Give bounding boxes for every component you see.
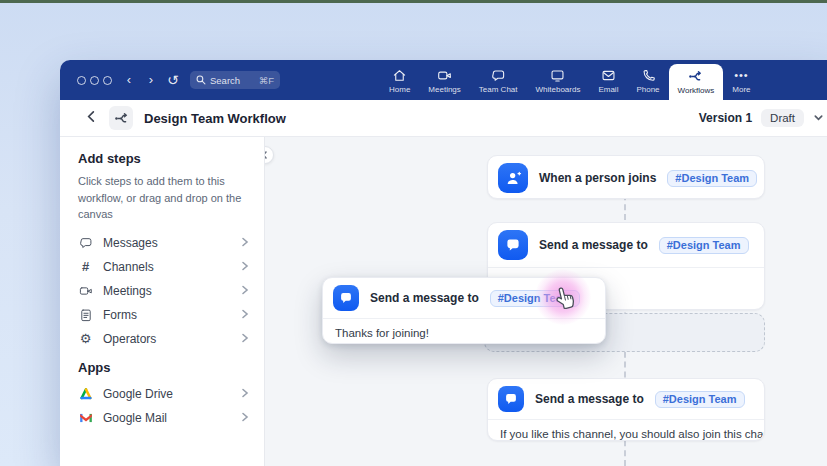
chevron-left-icon (85, 110, 98, 123)
sidebar-item-google-mail[interactable]: Google Mail (78, 406, 250, 430)
workflow-toolbar: Design Team Workflow Version 1 Draft (60, 100, 827, 137)
zoom-app-window: ‹ › ↺ Search ⌘F Home Meetings Team Chat (60, 60, 827, 466)
version-label: Version 1 (699, 111, 752, 125)
channel-chip: #Design Team (659, 237, 749, 254)
tab-phone[interactable]: Phone (627, 60, 668, 100)
card-title: When a person joins (539, 171, 656, 185)
sidebar-item-operators[interactable]: ⚙ Operators (78, 327, 250, 351)
window-minimize-button[interactable] (90, 76, 99, 85)
tab-meetings[interactable]: Meetings (419, 60, 469, 100)
chevron-right-icon (240, 308, 250, 322)
chevron-right-icon (240, 332, 250, 346)
gear-icon: ⚙ (78, 331, 93, 346)
sidebar-collapse-button[interactable] (265, 146, 274, 164)
video-camera-icon (78, 283, 93, 298)
main-navigation: Home Meetings Team Chat Whiteboards Emai… (380, 60, 760, 100)
history-forward-button[interactable]: › (144, 72, 158, 88)
history-icon[interactable]: ↺ (167, 71, 179, 89)
channel-chip: #Design Team (655, 391, 745, 408)
card-title: Send a message to (370, 291, 479, 305)
trigger-card-person-joins[interactable]: When a person joins #Design Team (487, 155, 765, 199)
home-icon (392, 68, 407, 83)
search-icon (196, 75, 206, 85)
person-add-icon (498, 163, 528, 193)
workflow-canvas[interactable]: When a person joins #Design Team Send a … (265, 137, 827, 466)
sidebar-item-messages[interactable]: Messages (78, 231, 250, 255)
window-close-button[interactable] (77, 76, 86, 85)
envelope-icon (601, 68, 616, 83)
message-bubble-icon (498, 386, 524, 412)
step-card-send-message-2[interactable]: Send a message to #Design Team If you li… (487, 378, 765, 441)
page-title: Design Team Workflow (144, 111, 286, 126)
sidebar-item-forms[interactable]: Forms (78, 303, 250, 327)
google-mail-icon (78, 410, 93, 425)
sidebar-item-channels[interactable]: # Channels (78, 255, 250, 279)
search-placeholder: Search (210, 75, 240, 86)
status-badge: Draft (761, 109, 804, 127)
window-zoom-button[interactable] (103, 76, 112, 85)
add-steps-sidebar: Add steps Click steps to add them to thi… (60, 137, 265, 466)
screen-top-edge (0, 0, 827, 3)
phone-icon (641, 68, 656, 83)
apps-heading: Apps (78, 360, 250, 375)
workflow-type-icon (109, 106, 133, 130)
clipboard-icon (78, 307, 93, 322)
google-drive-icon (78, 386, 93, 401)
search-input[interactable]: Search ⌘F (190, 71, 280, 89)
tab-more[interactable]: ••• More (723, 60, 759, 100)
history-back-button[interactable]: ‹ (122, 72, 136, 88)
channel-chip: #Design Team (667, 170, 757, 187)
workflow-icon (688, 69, 703, 84)
chevron-right-icon (240, 284, 250, 298)
back-button[interactable] (85, 109, 98, 127)
chevron-right-icon (240, 260, 250, 274)
search-shortcut: ⌘F (259, 75, 274, 86)
hash-icon: # (78, 259, 93, 274)
card-title: Send a message to (539, 238, 648, 252)
sidebar-heading: Add steps (78, 151, 250, 166)
sidebar-item-google-drive[interactable]: Google Drive (78, 382, 250, 406)
tab-home[interactable]: Home (380, 60, 419, 100)
tab-email[interactable]: Email (589, 60, 627, 100)
chat-bubble-icon (78, 235, 93, 250)
tab-workflows-active[interactable]: Workflows (669, 64, 724, 100)
tab-whiteboards[interactable]: Whiteboards (527, 60, 590, 100)
chevron-right-icon (240, 411, 250, 425)
chevron-right-icon (240, 236, 250, 250)
tab-team-chat[interactable]: Team Chat (470, 60, 527, 100)
version-dropdown-button[interactable] (813, 109, 824, 127)
chevron-right-icon (240, 387, 250, 401)
whiteboard-icon (550, 68, 565, 83)
message-bubble-icon (498, 230, 528, 260)
chevron-left-icon (265, 151, 269, 159)
chat-bubble-icon (491, 68, 506, 83)
message-bubble-icon (333, 285, 359, 311)
step-list: Messages # Channels Meetings Forms (78, 231, 250, 351)
ellipsis-icon: ••• (734, 68, 749, 83)
message-preview: If you like this channel, you should als… (488, 420, 764, 441)
app-navbar: ‹ › ↺ Search ⌘F Home Meetings Team Chat (60, 60, 827, 100)
chevron-down-icon (813, 112, 824, 123)
video-camera-icon (437, 68, 452, 83)
sidebar-description: Click steps to add them to this workflow… (78, 173, 250, 223)
sidebar-item-meetings[interactable]: Meetings (78, 279, 250, 303)
card-title: Send a message to (535, 392, 644, 406)
